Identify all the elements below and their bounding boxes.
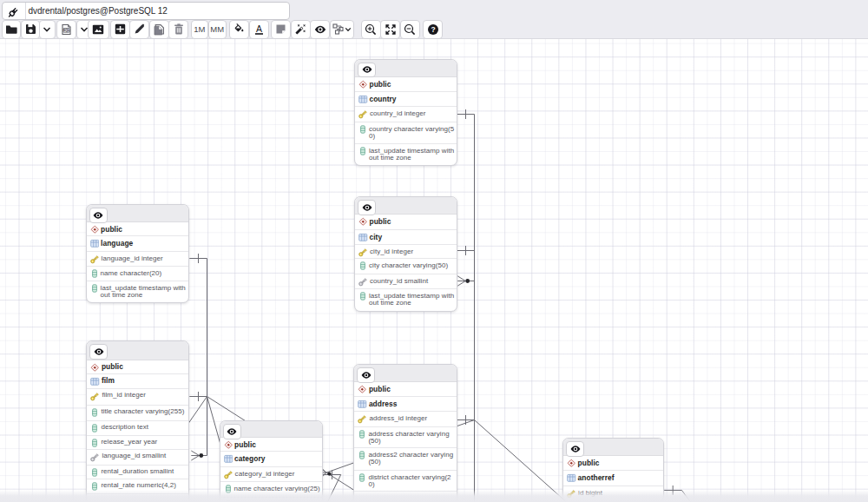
svg-text:?: ? [431, 25, 435, 34]
svg-text:SQL: SQL [63, 29, 70, 32]
svg-text:A: A [255, 23, 261, 34]
